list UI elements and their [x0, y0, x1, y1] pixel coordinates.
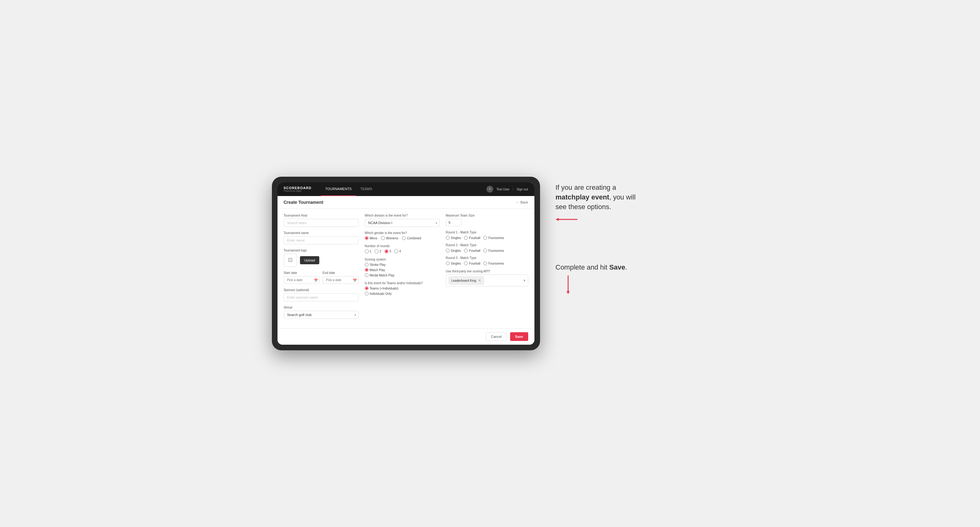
api-tag: Leaderboard King ✕: [449, 276, 484, 284]
end-date-wrapper: [323, 276, 359, 284]
round1-match-type: Round 1 - Match Type Singles Fourball Fo…: [446, 231, 528, 240]
venue-select[interactable]: Search golf club: [284, 311, 359, 319]
teams-individuals-group: Is this event for Teams and/or Individua…: [365, 281, 440, 295]
round1-label: Round 1 - Match Type: [446, 231, 528, 234]
scoring-medal-match-play[interactable]: Medal Match Play: [365, 273, 395, 277]
form-body: Tournament Host Tournament name Tourname…: [277, 209, 535, 328]
save-button[interactable]: Save: [510, 332, 528, 341]
max-team-size-input[interactable]: [446, 219, 461, 226]
tablet-frame: SCOREBOARD Powered by clippit TOURNAMENT…: [272, 177, 540, 350]
round1-singles[interactable]: Singles: [446, 236, 461, 240]
rounds-radio-group: 1 2 3 4: [365, 249, 440, 253]
annotation-panel: If you are creating a matchplay event, y…: [552, 177, 708, 294]
form-footer: Cancel Save: [277, 328, 535, 345]
svg-marker-1: [566, 291, 570, 294]
start-date-wrapper: [284, 276, 320, 284]
annotation-matchplay: If you are creating a matchplay event, y…: [556, 183, 708, 225]
scoring-label: Scoring system: [365, 258, 440, 261]
api-field[interactable]: Leaderboard King ✕ ▾: [446, 275, 528, 286]
round2-label: Round 2 - Match Type: [446, 243, 528, 247]
page-header: Create Tournament ← Back: [277, 196, 535, 209]
teams-label: Is this event for Teams and/or Individua…: [365, 281, 440, 285]
sign-out-link[interactable]: Sign out: [517, 187, 528, 191]
annotation-save: Complete and hit Save.: [556, 263, 708, 294]
page-title: Create Tournament: [284, 200, 323, 205]
start-date-input[interactable]: [284, 276, 320, 284]
end-date-input[interactable]: [323, 276, 359, 284]
nav-tab-teams[interactable]: TEAMS: [356, 182, 377, 196]
teams-plus-individuals[interactable]: Teams (+Individuals): [365, 286, 398, 290]
division-select-wrapper: NCAA Division I NCAA Division II NCAA Di…: [365, 219, 440, 227]
round1-fourball[interactable]: Fourball: [464, 236, 480, 240]
tournament-name-input[interactable]: [284, 236, 359, 244]
start-date-group: Start date: [284, 271, 320, 284]
round-3[interactable]: 3: [385, 249, 391, 253]
api-group: Use third-party live scoring API? Leader…: [446, 270, 528, 286]
round2-singles[interactable]: Singles: [446, 249, 461, 252]
tournament-host-group: Tournament Host: [284, 214, 359, 227]
annotation-save-text: Complete and hit Save.: [556, 263, 637, 272]
individuals-only[interactable]: Individuals Only: [365, 292, 392, 295]
arrow-right-1: [556, 215, 708, 225]
round3-foursomes[interactable]: Foursomes: [483, 262, 504, 265]
round2-fourball[interactable]: Fourball: [464, 249, 480, 252]
logo-area: 🖼 Upload: [284, 254, 359, 267]
nav-tab-tournaments[interactable]: TOURNAMENTS: [321, 182, 356, 196]
round2-options: Singles Fourball Foursomes: [446, 249, 528, 252]
tournament-name-label: Tournament name: [284, 231, 359, 235]
api-value: Leaderboard King: [452, 279, 476, 283]
scoring-stroke-play[interactable]: Stroke Play: [365, 263, 386, 267]
round3-singles[interactable]: Singles: [446, 262, 461, 265]
end-date-group: End date: [323, 271, 359, 284]
round3-label: Round 3 - Match Type: [446, 256, 528, 260]
rounds-label: Number of rounds: [365, 244, 440, 248]
tournament-logo-group: Tournament logo 🖼 Upload: [284, 249, 359, 267]
nav-bar: SCOREBOARD Powered by clippit TOURNAMENT…: [277, 182, 535, 196]
scoring-match-play[interactable]: Match Play: [365, 268, 385, 272]
tournament-host-label: Tournament Host: [284, 214, 359, 217]
api-label: Use third-party live scoring API?: [446, 270, 528, 273]
gender-mens[interactable]: Mens: [365, 236, 377, 240]
sponsor-label: Sponsor (optional): [284, 288, 359, 292]
gender-womens[interactable]: Womens: [381, 236, 398, 240]
tournament-host-input[interactable]: [284, 219, 359, 227]
venue-select-wrapper: Search golf club: [284, 311, 359, 319]
round-4[interactable]: 4: [394, 249, 401, 253]
scoring-group: Scoring system Stroke Play Match Play: [365, 258, 440, 277]
upload-button[interactable]: Upload: [300, 256, 320, 264]
round3-fourball[interactable]: Fourball: [464, 262, 480, 265]
svg-marker-0: [556, 218, 559, 221]
max-team-size-group: Maximum Team Size: [446, 214, 528, 226]
brand-subtitle: Powered by clippit: [284, 190, 312, 192]
gender-radio-group: Mens Womens Combined: [365, 236, 440, 240]
cancel-button[interactable]: Cancel: [486, 332, 507, 341]
teams-radio-group: Teams (+Individuals) Individuals Only: [365, 286, 440, 295]
round2-foursomes[interactable]: Foursomes: [483, 249, 504, 252]
user-name: Test User: [496, 187, 509, 191]
api-dropdown-icon: ▾: [523, 278, 525, 283]
sponsor-group: Sponsor (optional): [284, 288, 359, 302]
annotation-matchplay-text: If you are creating a matchplay event, y…: [556, 183, 637, 212]
round-1[interactable]: 1: [365, 249, 372, 253]
tournament-name-group: Tournament name: [284, 231, 359, 244]
outer-wrapper: SCOREBOARD Powered by clippit TOURNAMENT…: [272, 177, 708, 350]
brand-title: SCOREBOARD: [284, 186, 312, 190]
gender-combined[interactable]: Combined: [402, 236, 421, 240]
nav-tabs: TOURNAMENTS TEAMS: [321, 182, 377, 196]
left-column: Tournament Host Tournament name Tourname…: [284, 214, 359, 323]
logo-placeholder: 🖼: [284, 254, 297, 267]
back-button[interactable]: ← Back: [516, 200, 528, 204]
round-2[interactable]: 2: [374, 249, 381, 253]
round3-match-type: Round 3 - Match Type Singles Fourball Fo…: [446, 256, 528, 265]
nav-brand: SCOREBOARD Powered by clippit: [284, 186, 312, 192]
division-select[interactable]: NCAA Division I NCAA Division II NCAA Di…: [365, 219, 440, 227]
api-remove-icon[interactable]: ✕: [478, 278, 481, 283]
round2-match-type: Round 2 - Match Type Singles Fourball Fo…: [446, 243, 528, 252]
gender-label: Which gender is the event for?: [365, 231, 440, 235]
end-date-label: End date: [323, 271, 359, 275]
round1-foursomes[interactable]: Foursomes: [483, 236, 504, 240]
right-column: Maximum Team Size Round 1 - Match Type S…: [446, 214, 528, 323]
division-group: Which division is the event for? NCAA Di…: [365, 214, 440, 227]
sponsor-input[interactable]: [284, 293, 359, 302]
round3-options: Singles Fourball Foursomes: [446, 262, 528, 265]
